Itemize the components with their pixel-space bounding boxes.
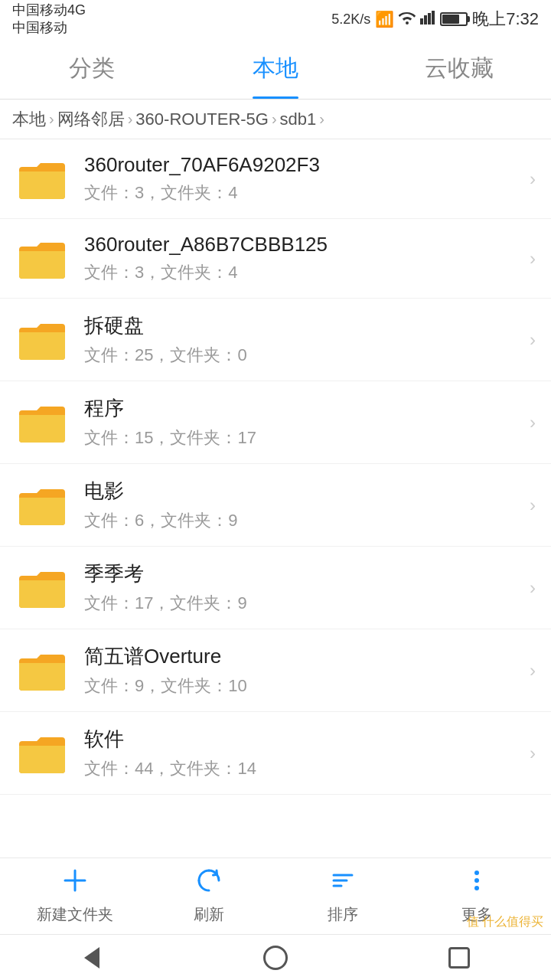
- bluetooth-icon: 📶: [375, 10, 394, 28]
- breadcrumb: 本地 › 网络邻居 › 360-ROUTER-5G › sdb1 ›: [0, 100, 551, 139]
- file-item-0[interactable]: 360router_70AF6A9202F3 文件：3，文件夹：4 ›: [0, 139, 551, 219]
- svg-rect-3: [432, 11, 435, 24]
- chevron-right-icon: ›: [530, 743, 536, 764]
- file-info: 360router_A86B7CBBB125 文件：3，文件夹：4: [84, 233, 522, 284]
- file-name: 软件: [84, 726, 522, 753]
- folder-icon: [15, 236, 69, 282]
- chevron-right-icon: ›: [530, 495, 536, 516]
- svg-point-10: [474, 878, 479, 883]
- breadcrumb-sep-1: ›: [49, 110, 54, 128]
- watermark: 值 什么值得买: [467, 914, 543, 930]
- chevron-right-icon: ›: [530, 329, 536, 351]
- folder-icon: [15, 482, 69, 528]
- wifi-icon: [399, 11, 416, 28]
- tab-cloud-label: 云收藏: [425, 53, 494, 84]
- file-meta: 文件：15，文件夹：17: [84, 426, 522, 449]
- sort-label: 排序: [328, 904, 358, 925]
- status-time: 晚上7:32: [472, 8, 539, 31]
- file-item-7[interactable]: 软件 文件：44，文件夹：14 ›: [0, 712, 551, 795]
- svg-rect-1: [424, 15, 427, 24]
- file-name: 360router_A86B7CBBB125: [84, 233, 522, 256]
- folder-icon: [15, 400, 69, 446]
- battery-icon: [440, 12, 468, 26]
- refresh-label: 刷新: [194, 904, 224, 925]
- chevron-right-icon: ›: [530, 660, 536, 681]
- nav-home-icon: [263, 946, 288, 970]
- breadcrumb-item-router[interactable]: 360-ROUTER-5G: [135, 109, 269, 129]
- file-name: 电影: [84, 478, 522, 505]
- breadcrumb-sep-3: ›: [272, 110, 277, 128]
- nav-back-button[interactable]: [69, 942, 115, 973]
- nav-home-button[interactable]: [253, 942, 298, 973]
- nav-back-icon: [84, 947, 99, 969]
- file-meta: 文件：6，文件夹：9: [84, 509, 522, 532]
- sort-button[interactable]: 排序: [276, 867, 409, 925]
- refresh-button[interactable]: 刷新: [142, 867, 276, 925]
- file-list: 360router_70AF6A9202F3 文件：3，文件夹：4 › 360r…: [0, 139, 551, 858]
- breadcrumb-item-network[interactable]: 网络邻居: [57, 108, 125, 131]
- file-meta: 文件：3，文件夹：4: [84, 181, 522, 204]
- file-info: 电影 文件：6，文件夹：9: [84, 478, 522, 532]
- sort-icon: [330, 867, 356, 900]
- file-item-1[interactable]: 360router_A86B7CBBB125 文件：3，文件夹：4 ›: [0, 219, 551, 299]
- status-right: 5.2K/s 📶 晚上7:32: [331, 8, 539, 31]
- chevron-right-icon: ›: [530, 577, 536, 599]
- tab-local-label: 本地: [253, 53, 298, 84]
- breadcrumb-item-sdb1[interactable]: sdb1: [280, 109, 317, 129]
- file-info: 程序 文件：15，文件夹：17: [84, 395, 522, 449]
- tab-category-label: 分类: [69, 53, 115, 84]
- status-bar: 中国移动4G 中国移动 5.2K/s 📶 晚上7:32: [0, 0, 551, 38]
- new-folder-button[interactable]: 新建文件夹: [8, 867, 142, 925]
- file-info: 简五谱Overture 文件：9，文件夹：10: [84, 643, 522, 697]
- file-name: 简五谱Overture: [84, 643, 522, 670]
- file-name: 程序: [84, 395, 522, 422]
- chevron-right-icon: ›: [530, 412, 536, 433]
- svg-rect-2: [428, 13, 431, 24]
- file-info: 季季考 文件：17，文件夹：9: [84, 560, 522, 615]
- file-meta: 文件：3，文件夹：4: [84, 261, 522, 284]
- file-meta: 文件：9，文件夹：10: [84, 675, 522, 697]
- file-info: 软件 文件：44，文件夹：14: [84, 726, 522, 780]
- folder-icon: [15, 156, 69, 202]
- new-folder-label: 新建文件夹: [37, 904, 113, 925]
- file-name: 季季考: [84, 560, 522, 587]
- breadcrumb-sep-4: ›: [319, 110, 324, 128]
- file-name: 360router_70AF6A9202F3: [84, 153, 522, 177]
- svg-rect-0: [420, 18, 423, 24]
- file-item-4[interactable]: 电影 文件：6，文件夹：9 ›: [0, 464, 551, 547]
- plus-icon: [62, 867, 88, 900]
- file-item-6[interactable]: 简五谱Overture 文件：9，文件夹：10 ›: [0, 629, 551, 712]
- carrier-1: 中国移动4G: [12, 2, 86, 19]
- svg-point-11: [474, 886, 479, 890]
- chevron-right-icon: ›: [530, 248, 536, 270]
- file-item-2[interactable]: 拆硬盘 文件：25，文件夹：0 ›: [0, 299, 551, 381]
- folder-icon: [15, 565, 69, 611]
- tab-local[interactable]: 本地: [184, 38, 367, 99]
- file-meta: 文件：44，文件夹：14: [84, 757, 522, 780]
- signal-icon: [420, 11, 435, 28]
- file-info: 拆硬盘 文件：25，文件夹：0: [84, 312, 522, 367]
- file-item-5[interactable]: 季季考 文件：17，文件夹：9 ›: [0, 547, 551, 629]
- breadcrumb-sep-2: ›: [128, 110, 133, 128]
- tab-cloud[interactable]: 云收藏: [367, 38, 551, 99]
- file-info: 360router_70AF6A9202F3 文件：3，文件夹：4: [84, 153, 522, 204]
- more-icon: [464, 867, 490, 900]
- file-meta: 文件：25，文件夹：0: [84, 344, 522, 367]
- breadcrumb-item-local[interactable]: 本地: [12, 108, 46, 131]
- nav-recents-icon: [448, 947, 470, 969]
- folder-icon: [15, 648, 69, 694]
- file-name: 拆硬盘: [84, 312, 522, 339]
- refresh-icon: [196, 867, 222, 900]
- nav-recents-button[interactable]: [436, 942, 482, 973]
- tab-bar: 分类 本地 云收藏: [0, 38, 551, 100]
- chevron-right-icon: ›: [530, 168, 536, 190]
- tab-category[interactable]: 分类: [0, 38, 184, 99]
- nav-bar: [0, 934, 551, 980]
- carrier-info: 中国移动4G 中国移动: [12, 2, 86, 38]
- svg-point-9: [474, 871, 479, 875]
- file-meta: 文件：17，文件夹：9: [84, 592, 522, 615]
- folder-icon: [15, 730, 69, 776]
- network-speed: 5.2K/s: [331, 11, 370, 28]
- folder-icon: [15, 317, 69, 363]
- file-item-3[interactable]: 程序 文件：15，文件夹：17 ›: [0, 381, 551, 464]
